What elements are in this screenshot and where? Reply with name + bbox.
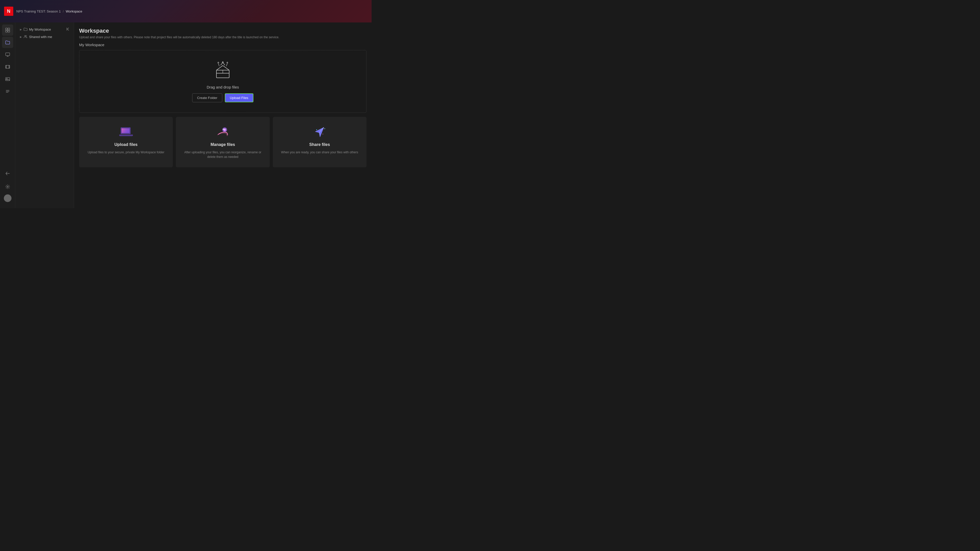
svg-rect-1 xyxy=(8,28,10,30)
breadcrumb-separator: / xyxy=(63,10,64,13)
shared-with-me-label: Shared with me xyxy=(29,35,52,39)
upload-card-desc: Upload files to your secure, private My … xyxy=(88,150,164,155)
breadcrumb-current: Workspace xyxy=(66,10,83,13)
top-header: N NPS Training TEST: Season 1 / Workspac… xyxy=(0,0,372,22)
sidebar-icon-film[interactable] xyxy=(2,61,13,73)
manage-card-icon xyxy=(216,125,230,139)
page-title: Workspace xyxy=(79,27,366,34)
shared-chevron: ▶ xyxy=(20,35,22,38)
my-workspace-folder-icon xyxy=(24,27,27,32)
drop-zone[interactable]: Drag and drop files Create Folder Upload… xyxy=(79,50,366,113)
svg-rect-14 xyxy=(121,128,130,133)
feature-card-manage: Manage files After uploading your files,… xyxy=(176,117,269,167)
share-card-title: Share files xyxy=(309,142,330,147)
svg-point-20 xyxy=(323,134,323,135)
feature-card-upload: Upload files Upload files to your secure… xyxy=(79,117,173,167)
tree-item-my-workspace[interactable]: ▶ My Workspace xyxy=(17,26,72,33)
user-avatar[interactable] xyxy=(4,194,11,202)
section-title: My Workspace xyxy=(79,43,366,47)
sidebar-icon-settings[interactable] xyxy=(2,181,13,192)
breadcrumb: NPS Training TEST: Season 1 / Workspace xyxy=(16,10,82,13)
feature-cards: Upload files Upload files to your secure… xyxy=(79,117,366,167)
svg-point-19 xyxy=(316,129,317,130)
drop-box-icon xyxy=(213,60,233,81)
sidebar-icon-folder[interactable] xyxy=(2,37,13,48)
sidebar xyxy=(0,22,15,208)
feature-card-share: Share files When you are ready, you can … xyxy=(273,117,366,167)
sidebar-icon-grid[interactable] xyxy=(2,24,13,36)
svg-rect-15 xyxy=(119,135,133,136)
file-tree-collapse-button[interactable] xyxy=(65,25,72,33)
upload-files-button[interactable]: Upload Files xyxy=(225,94,253,102)
svg-point-18 xyxy=(224,129,225,130)
sidebar-icon-collapse[interactable] xyxy=(2,168,13,179)
sidebar-icon-monitor[interactable] xyxy=(2,49,13,60)
my-workspace-label: My Workspace xyxy=(29,27,51,32)
svg-rect-3 xyxy=(8,30,10,32)
svg-point-10 xyxy=(25,35,27,37)
my-workspace-chevron: ▶ xyxy=(20,28,22,31)
shared-folder-icon xyxy=(24,35,27,39)
drop-zone-buttons: Create Folder Upload Files xyxy=(192,94,253,102)
tree-item-shared-with-me[interactable]: ▶ Shared with me xyxy=(17,33,72,40)
create-folder-button[interactable]: Create Folder xyxy=(192,94,222,102)
drop-zone-text: Drag and drop files xyxy=(207,85,239,89)
svg-point-8 xyxy=(7,186,8,187)
manage-card-desc: After uploading your files, you can reor… xyxy=(181,150,264,159)
file-tree-panel: ▶ My Workspace ▶ Shared with me xyxy=(15,22,74,208)
upload-card-icon xyxy=(119,125,133,139)
upload-card-title: Upload files xyxy=(115,142,138,147)
svg-rect-4 xyxy=(6,53,10,56)
netflix-logo: N xyxy=(4,6,13,16)
share-card-desc: When you are ready, you can share your f… xyxy=(281,150,358,155)
share-card-icon xyxy=(312,125,327,139)
breadcrumb-project[interactable]: NPS Training TEST: Season 1 xyxy=(16,10,61,13)
page-content: Workspace Upload and share your files wi… xyxy=(74,22,372,208)
sidebar-icon-image[interactable] xyxy=(2,73,13,85)
workspace-header: Workspace Upload and share your files wi… xyxy=(79,27,366,40)
svg-rect-2 xyxy=(6,30,7,32)
main-layout: ▶ My Workspace ▶ Shared with me Workspac… xyxy=(0,22,372,208)
manage-card-title: Manage files xyxy=(210,142,235,147)
sidebar-icon-list[interactable] xyxy=(2,86,13,97)
svg-rect-6 xyxy=(6,78,10,81)
sidebar-bottom xyxy=(2,168,13,206)
svg-rect-0 xyxy=(6,28,7,30)
page-subtitle: Upload and share your files with others.… xyxy=(79,35,366,40)
